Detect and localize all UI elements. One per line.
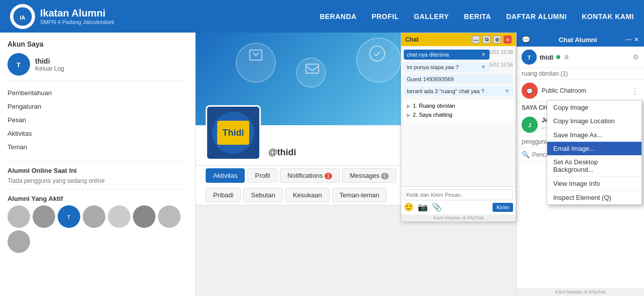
messages-badge: 0 [381, 173, 389, 179]
chat-widget-controls: — ⧉ ⚙ ✕ [472, 36, 512, 44]
chat-icon: 💬 [522, 36, 530, 44]
room-arrow-2: ▶ [407, 112, 411, 118]
chat-input[interactable] [404, 189, 513, 200]
nav-daftar-alumni[interactable]: DAFTAR ALUMNI [506, 13, 567, 21]
nav-berita[interactable]: BERITA [464, 13, 491, 21]
chat-widget-title: Chat [405, 36, 419, 43]
alumni-avatar-2 [33, 205, 55, 228]
main-layout: Akun Saya T thidi Keluar Log Pemberitahu… [0, 33, 644, 296]
tab-profil[interactable]: Profil [247, 168, 277, 183]
rcp-username: thidi [540, 54, 553, 61]
rcp-msg-avatar: J [522, 117, 538, 133]
online-title: Alumni Online Saat Ini [8, 167, 188, 174]
attach-icon[interactable]: 📎 [432, 202, 442, 212]
logo-title: Ikatan Alumni [40, 8, 114, 19]
rcp-minimize-btn[interactable]: — [625, 36, 631, 43]
image-icon[interactable]: 📷 [418, 202, 428, 212]
logo-text: Ikatan Alumni SMPN 4 Padang Jabodetabek [40, 8, 114, 25]
nav-profil[interactable]: PROFIL [372, 13, 399, 21]
sidebar-item-aktivitas[interactable]: Aktivitas [8, 127, 188, 140]
chat-message-4: berarti ada 3 "ruang" chat yaa ? ▼ [404, 86, 513, 96]
rcp-user-row: T thidi 🖥 ⚙ [517, 47, 644, 68]
rcp-header: 💬 Chat Alumni — ✕ [517, 33, 644, 47]
tab-pribadi[interactable]: Pribadi [206, 188, 241, 202]
nav-beranda[interactable]: BERANDA [319, 13, 357, 21]
online-status: Tiada pengguna yang sedang online [8, 177, 188, 184]
tab-notifications[interactable]: Notifications1 [280, 168, 340, 183]
chat-message-1: 5/02 16:08 chat nya diterima ▼ [404, 50, 513, 60]
sidebar-divider3 [8, 189, 188, 190]
svg-text:IA: IA [20, 15, 26, 21]
ctx-view-image-info[interactable]: View Image Info [547, 177, 641, 190]
rcp-title: Chat Alumni [559, 36, 597, 44]
chat-send-button[interactable]: Kirim [493, 203, 513, 212]
chat-action-icons: 🙂 📷 📎 [404, 202, 442, 212]
chat-messages: 5/02 16:08 chat nya diterima ▼ 5/02 16:5… [401, 46, 516, 186]
ctx-email-image[interactable]: Email Image... [547, 142, 641, 155]
sidebar-divider [8, 81, 188, 81]
ctx-copy-image[interactable]: Copy Image [547, 101, 641, 114]
chat-widget-header: Chat — ⧉ ⚙ ✕ [401, 33, 516, 46]
ctx-set-desktop[interactable]: Set As Desktop Background... [547, 155, 641, 176]
msg-text-3: Guest 1493693569 [407, 76, 454, 82]
sidebar-item-pengaturan[interactable]: Pengaturan [8, 100, 188, 113]
rcp-chatroom-menu-icon[interactable]: ⋮ [631, 86, 639, 96]
alumni-avatar-5 [108, 205, 130, 228]
aktif-title: Alumni Yang Aktif [8, 195, 188, 202]
logo-subtitle: SMPN 4 Padang Jabodetabek [40, 19, 114, 25]
sidebar-user: T thidi Keluar Log [8, 53, 188, 76]
chat-input-area: 🙂 📷 📎 Kirim [401, 186, 516, 214]
msg-arrow-2: ▼ [480, 64, 487, 71]
nav-kontak-kami[interactable]: KONTAK KAMI [582, 13, 634, 21]
msg-bubble-3: Guest 1493693569 [404, 75, 513, 84]
rcp-footer: Kami berjalan di iFlyChat [517, 288, 644, 296]
sidebar-item-pemberitahuan[interactable]: Pemberitahuan [8, 86, 188, 100]
sidebar-logout[interactable]: Keluar Log [35, 65, 64, 72]
chat-actions: 🙂 📷 📎 Kirim [404, 202, 513, 212]
chat-expand-btn[interactable]: ⧉ [482, 36, 491, 44]
chat-footer: Kami berjalan di iFlyChat [401, 214, 516, 221]
sidebar-username: thidi [35, 57, 64, 65]
msg-time-1: 5/02 16:08 [490, 50, 513, 55]
tab-kesukaan[interactable]: Kesukaan [285, 188, 330, 202]
sidebar-divider2 [8, 161, 188, 162]
msg-text-4: berarti ada 3 "ruang" chat yaa ? [407, 88, 485, 94]
ctx-save-image-as[interactable]: Save Image As... [547, 128, 641, 142]
alumni-avatar-1 [8, 205, 30, 228]
chat-close-btn[interactable]: ✕ [504, 36, 512, 44]
rcp-chatroom-name: Public Chatroom [542, 87, 627, 94]
chat-message-2: 5/02 16:56 ini punya siapa yaa ? ▼ [404, 62, 513, 72]
tab-sebutan[interactable]: Sebutan [243, 188, 282, 202]
account-title: Akun Saya [8, 40, 188, 48]
svg-text:💬: 💬 [526, 88, 533, 95]
ctx-inspect-element[interactable]: Inspect Element (Q) [547, 191, 641, 204]
alumni-avatar-8 [8, 230, 30, 253]
msg-bubble-4: berarti ada 3 "ruang" chat yaa ? ▼ [404, 86, 513, 96]
rcp-user-info: T thidi 🖥 [522, 50, 569, 65]
svg-point-8 [370, 46, 385, 61]
chat-minimize-btn[interactable]: — [472, 36, 480, 44]
msg-bubble-2: ini punya siapa yaa ? ▼ [404, 62, 490, 72]
sidebar-item-pesan[interactable]: Pesan [8, 113, 188, 127]
tab-aktivitas[interactable]: Aktivitas [206, 168, 245, 183]
rcp-chatroom-avatar: 💬 [522, 83, 538, 99]
tab-messages[interactable]: Messages0 [342, 168, 396, 183]
room-item-1[interactable]: ▶ 1. Ruang obrolan [407, 101, 510, 110]
rcp-close-btn[interactable]: ✕ [634, 36, 639, 43]
nav-gallery[interactable]: GALLERY [414, 13, 449, 21]
chat-settings-btn[interactable]: ⚙ [493, 36, 501, 44]
msg-bubble-1: chat nya diterima ▼ [404, 50, 490, 60]
emoji-icon[interactable]: 🙂 [404, 202, 414, 212]
room-item-2[interactable]: ▶ 2. Saya chatting [407, 110, 510, 119]
rcp-public-chatroom[interactable]: 💬 Public Chatroom ⋮ [517, 80, 644, 102]
rcp-settings-icon[interactable]: ⚙ [632, 53, 639, 61]
alumni-avatar-7 [158, 205, 181, 228]
navbar-links: BERANDA PROFIL GALLERY BERITA DAFTAR ALU… [319, 13, 634, 21]
rcp-online-dot [556, 55, 560, 59]
sidebar-item-teman[interactable]: Teman [8, 140, 188, 154]
computer-icon: 🖥 [563, 54, 569, 61]
alumni-avatar-4 [83, 205, 105, 228]
tab-teman-teman[interactable]: Teman-teman [332, 188, 387, 202]
msg-text-2: ini punya siapa yaa ? [407, 64, 458, 70]
ctx-copy-image-location[interactable]: Copy Image Location [547, 114, 641, 128]
